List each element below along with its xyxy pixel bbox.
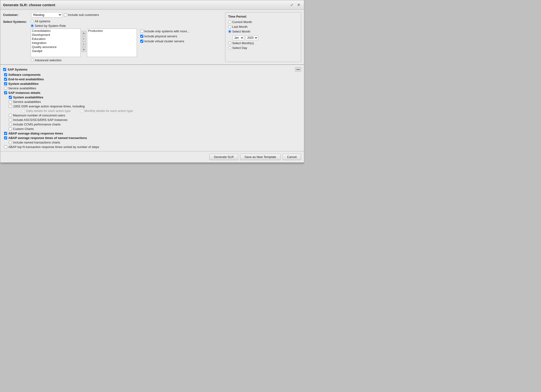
sap-item-e2e-availabilities: End-to-end availabilities [4,77,301,81]
include-physical-servers-checkbox[interactable] [140,35,143,38]
time-period-title: Time Period: [228,15,298,18]
include-only-monitoring-checkbox[interactable] [140,30,143,33]
include-virtual-cluster-label[interactable]: Include virtual cluster servers [140,39,189,43]
sap-item-ascs: Include ASCS/SCS/ERS SAP instances [4,118,301,122]
abap-top-n-checkbox[interactable] [4,145,7,149]
collapse-button[interactable]: — [295,67,301,72]
by-role-radio-label[interactable]: Select by System Role [31,24,223,28]
by-role-radio[interactable] [31,24,34,27]
dialog-body: Customer: Riesling Include sub customers… [0,10,304,151]
sap-instances-details-checkbox[interactable] [4,91,7,94]
advanced-selection-radio-label[interactable]: Advanced selection [31,58,223,62]
sap-item-ccms: Include CCMS performance charts [4,123,301,126]
daily-details-checkbox[interactable] [22,109,25,112]
include-virtual-cluster-checkbox[interactable] [140,40,143,43]
sap-item-service-availabilities: Service availabilities [4,87,301,90]
move-left-button[interactable]: ‹ [82,42,86,47]
sap-items: Software components End-to-end availabil… [3,73,301,149]
service-avail-indent-checkbox[interactable] [9,100,12,103]
abap-named-transactions-checkbox[interactable] [4,136,7,139]
system-avail-indent-checkbox[interactable] [9,96,12,99]
selected-listbox[interactable]: Production [87,29,137,57]
move-all-right-button[interactable]: » [82,31,86,36]
move-right-button[interactable]: › [82,36,86,41]
move-all-left-button[interactable]: « [82,47,86,52]
sap-item-named-transactions-charts: Include named transactions charts [4,141,301,144]
select-month-radio[interactable] [228,30,231,33]
list-item[interactable]: Education [31,37,80,41]
arrow-buttons: » › ‹ « [82,29,86,52]
ascs-checkbox[interactable] [9,118,12,121]
j2ee-checkbox[interactable] [9,105,12,108]
include-sub-customers-checkbox[interactable] [64,13,67,16]
all-systems-radio[interactable] [31,20,34,23]
sap-item-custom-charts: Custom Charts [4,127,301,131]
year-select[interactable]: 2018201920202021 [245,35,258,40]
current-month-radio-label[interactable]: Current Month [228,20,298,24]
sap-item-abap-dialog: ABAP average dialog response times [4,132,301,135]
sap-section: SAP Systems — Software components End-to… [0,65,304,151]
dialog-title: Generate SLR: choose content [3,3,55,7]
list-item[interactable]: Consolidation [31,29,80,33]
named-transactions-charts-checkbox[interactable] [9,141,12,144]
resize-button[interactable]: ⤢ [289,2,294,8]
sap-item-service-avail-indent: Service availabilities [4,100,301,103]
sap-item-concurrent-users: Maximum number of concurrent users [4,113,301,117]
j2ee-monthly-subitem: Monthly details for each action type [80,109,133,113]
include-only-monitoring-label[interactable]: Include only systems with moni... [140,30,189,33]
customer-label: Customer: [3,13,29,17]
ccms-checkbox[interactable] [9,123,12,126]
monthly-details-checkbox[interactable] [80,109,83,112]
include-physical-servers-label[interactable]: Include physical servers [140,34,189,38]
filter-checkboxes: Include only systems with moni... Includ… [140,30,189,43]
e2e-availabilities-checkbox[interactable] [4,78,7,81]
roles-listbox[interactable]: Consolidation Development Education Inte… [31,29,81,57]
top-section: Customer: Riesling Include sub customers… [0,10,304,65]
list-item[interactable]: Quality assurance [31,45,80,49]
sap-item-system-availabilities: System availabilities [4,82,301,86]
select-day-radio[interactable] [228,46,231,49]
customer-select[interactable]: Riesling [31,12,62,18]
sap-item-abap-named-transactions: ABAP average response times of named tra… [4,136,301,140]
dialog: Generate SLR: choose content ⤢ ✕ Custome… [0,0,304,163]
sap-systems-checkbox[interactable] [3,68,6,71]
cancel-button[interactable]: Cancel [283,154,301,160]
select-month-radio-label[interactable]: Select Month [228,30,298,33]
last-month-radio-label[interactable]: Last Month [228,25,298,29]
sap-item-j2ee: J2EE DSR average action response times, … [4,104,301,108]
advanced-selection-radio[interactable] [31,59,34,62]
time-period-panel: Time Period: Current Month Last Month Se… [225,12,301,62]
titlebar-controls: ⤢ ✕ [289,2,301,8]
month-select[interactable]: JanFebMarApr MayJunJulAug SepOctNovDec [233,35,244,40]
systems-label: Select Systems: [3,20,29,24]
concurrent-users-checkbox[interactable] [9,114,12,117]
list-item[interactable]: Integration [31,41,80,45]
systems-radio-group: All systems Select by System Role [31,20,223,28]
left-panel: Customer: Riesling Include sub customers… [3,12,223,62]
close-button[interactable]: ✕ [296,2,301,8]
include-sub-customers-label[interactable]: Include sub customers [64,13,99,17]
sap-item-abap-top-n: ABAP top N transaction response times so… [4,145,301,149]
last-month-radio[interactable] [228,25,231,28]
abap-dialog-checkbox[interactable] [4,132,7,135]
service-availabilities-checkbox[interactable] [4,87,7,90]
current-month-radio[interactable] [228,21,231,24]
time-options: Current Month Last Month Select Month Ja… [228,20,298,50]
list-item[interactable]: Sandpit [31,49,80,53]
custom-charts-checkbox[interactable] [9,127,12,130]
select-months-radio-label[interactable]: Select Month(s) [228,41,298,45]
all-systems-radio-label[interactable]: All systems [31,20,223,23]
systems-section: Select Systems: All systems Select by Sy… [3,20,223,62]
select-day-radio-label[interactable]: Select Day [228,46,298,50]
month-selects: JanFebMarApr MayJunJulAug SepOctNovDec 2… [233,35,298,40]
software-components-checkbox[interactable] [4,73,7,76]
list-item[interactable]: Production [87,29,137,33]
select-months-radio[interactable] [228,41,231,45]
save-template-button[interactable]: Save as New Template [240,154,281,160]
system-availabilities-checkbox[interactable] [4,82,7,85]
titlebar: Generate SLR: choose content ⤢ ✕ [0,0,304,10]
j2ee-daily-subitem: Daily details for each action type [22,109,71,113]
system-role-section: Consolidation Development Education Inte… [31,29,223,57]
generate-slr-button[interactable]: Generate SLR [209,154,238,160]
list-item[interactable]: Development [31,33,80,37]
